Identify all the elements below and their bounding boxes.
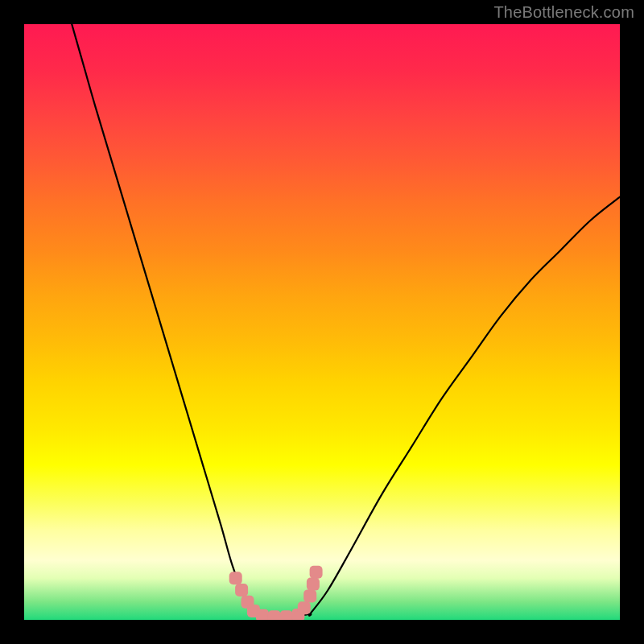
chart-frame: TheBottleneck.com xyxy=(0,0,644,644)
plot-area xyxy=(24,24,620,620)
marker-dot xyxy=(268,610,281,620)
marker-dot xyxy=(229,572,242,584)
marker-dot xyxy=(235,584,248,597)
marker-dot xyxy=(256,609,269,620)
marker-dot xyxy=(298,601,311,614)
bottleneck-range-marker xyxy=(229,566,323,620)
marker-dot xyxy=(280,610,293,620)
curve-path xyxy=(72,24,620,617)
marker-dot xyxy=(310,566,323,579)
marker-dot xyxy=(307,578,320,591)
marker-dot xyxy=(303,589,316,602)
watermark-text: TheBottleneck.com xyxy=(493,3,634,22)
bottleneck-curve xyxy=(72,24,620,617)
curve-svg xyxy=(24,24,620,620)
